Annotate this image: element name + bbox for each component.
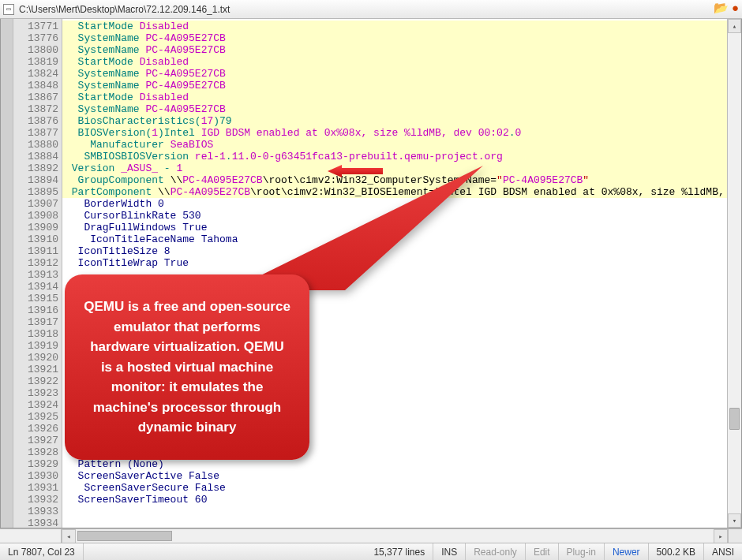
status-bar: Ln 7807, Col 23 15,377 lines INS Read-on… <box>0 543 742 560</box>
status-size: 500.2 KB <box>649 543 704 560</box>
file-icon: ▭ <box>3 4 14 15</box>
line-number: 13914 <box>13 281 62 293</box>
gutter-margin <box>1 19 13 528</box>
scroll-up-button[interactable]: ▴ <box>728 19 741 33</box>
line-number: 13892 <box>13 162 62 174</box>
line-number: 13913 <box>13 269 62 281</box>
line-number: 13926 <box>13 423 62 435</box>
status-position: Ln 7807, Col 23 <box>0 543 84 560</box>
vertical-scrollbar[interactable]: ▴ ▾ <box>727 19 741 528</box>
status-edit[interactable]: Edit <box>526 543 559 560</box>
line-number: 13776 <box>13 32 62 44</box>
code-line: StartMode Disabled <box>62 91 727 103</box>
line-number: 13916 <box>13 304 62 316</box>
line-number: 13924 <box>13 399 62 411</box>
line-number: 13894 <box>13 174 62 186</box>
line-number: 13919 <box>13 340 62 352</box>
line-number: 13876 <box>13 115 62 127</box>
code-line: BiosCharacteristics(17)79 <box>62 115 727 127</box>
line-number: 13877 <box>13 127 62 139</box>
code-line: StartMode Disabled <box>62 21 727 32</box>
line-number: 13923 <box>13 387 62 399</box>
code-line: SystemName PC-4A095E27CB <box>62 103 727 115</box>
line-number: 13800 <box>13 44 62 56</box>
address-bar: ▭ C:\Users\Mert\Desktop\Macro\72.12.209.… <box>0 0 742 19</box>
line-number: 13917 <box>13 316 62 328</box>
status-ins[interactable]: INS <box>433 543 466 560</box>
scroll-right-button[interactable]: ▸ <box>714 529 728 543</box>
h-scroll-thumb[interactable] <box>77 531 172 541</box>
svg-marker-1 <box>230 166 483 290</box>
status-plugin[interactable]: Plug-in <box>559 543 605 560</box>
status-readonly[interactable]: Read-only <box>466 543 526 560</box>
h-scroll-track[interactable] <box>76 529 714 543</box>
code-line: Manufacturer SeaBIOS <box>62 139 727 151</box>
horizontal-scrollbar[interactable]: ◂ ▸ <box>0 528 742 543</box>
code-line: StartMode Disabled <box>62 56 727 68</box>
code-line: ScreenSaverActive False <box>62 470 727 482</box>
scroll-left-button[interactable]: ◂ <box>62 529 76 543</box>
line-number: 13931 <box>13 482 62 494</box>
status-newer[interactable]: Newer <box>605 543 649 560</box>
line-number: 13915 <box>13 293 62 304</box>
scroll-down-button[interactable]: ▾ <box>728 513 741 528</box>
line-number: 13771 <box>13 21 62 32</box>
line-number: 13932 <box>13 494 62 506</box>
annotation-callout: QEMU is a free and open-source emulator … <box>65 274 309 460</box>
line-number: 13920 <box>13 352 62 364</box>
line-number: 13929 <box>13 458 62 470</box>
addressbar-actions: 📂 ● <box>714 3 739 15</box>
line-number: 13928 <box>13 446 62 458</box>
callout-text: QEMU is a free and open-source emulator … <box>65 274 309 460</box>
status-encoding[interactable]: ANSI <box>704 543 742 560</box>
line-number: 13880 <box>13 139 62 151</box>
line-number: 13918 <box>13 328 62 340</box>
line-number: 13819 <box>13 56 62 68</box>
code-line: Pattern (None) <box>62 458 727 470</box>
line-number: 13908 <box>13 210 62 222</box>
line-number: 13922 <box>13 375 62 387</box>
scroll-track[interactable] <box>728 33 741 513</box>
line-number: 13912 <box>13 257 62 269</box>
scroll-thumb[interactable] <box>729 408 740 430</box>
line-number-gutter: 1377113776138001381913824138481386713872… <box>13 19 62 528</box>
line-number: 13895 <box>13 186 62 198</box>
code-line: ScreenSaverTimeout 60 <box>62 494 727 506</box>
line-number: 13910 <box>13 233 62 245</box>
code-line: SystemName PC-4A095E27CB <box>62 32 727 44</box>
line-number: 13930 <box>13 470 62 482</box>
code-line: SystemName PC-4A095E27CB <box>62 44 727 56</box>
line-number: 13911 <box>13 245 62 257</box>
line-number: 13848 <box>13 80 62 91</box>
line-number: 13872 <box>13 103 62 115</box>
line-number: 13824 <box>13 68 62 80</box>
favorite-icon[interactable]: ● <box>732 3 739 15</box>
line-number: 13909 <box>13 222 62 233</box>
code-line: SystemName PC-4A095E27CB <box>62 68 727 80</box>
line-number: 13925 <box>13 411 62 423</box>
code-line: ScreenSaverSecure False <box>62 482 727 494</box>
line-number: 13867 <box>13 91 62 103</box>
status-linecount: 15,377 lines <box>365 543 433 560</box>
code-line: BIOSVersion(1)Intel IGD BDSM enabled at … <box>62 127 727 139</box>
line-number: 13884 <box>13 151 62 162</box>
line-number: 13907 <box>13 198 62 210</box>
file-path: C:\Users\Mert\Desktop\Macro\72.12.209.14… <box>19 4 714 15</box>
line-number: 13927 <box>13 435 62 446</box>
open-folder-icon[interactable]: 📂 <box>714 3 729 15</box>
line-number: 13933 <box>13 506 62 517</box>
code-line: SystemName PC-4A095E27CB <box>62 80 727 91</box>
line-number: 13934 <box>13 517 62 528</box>
code-line: SMBIOSBIOSVersion rel-1.11.0-0-g63451fca… <box>62 151 727 162</box>
line-number: 13921 <box>13 364 62 375</box>
